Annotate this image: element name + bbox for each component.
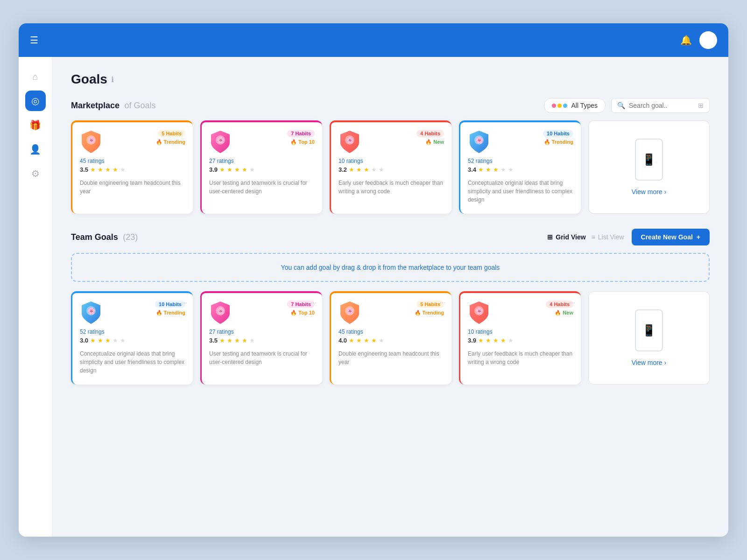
rating-number: 3.5 (209, 337, 218, 344)
card-description: Early user feedback is much cheaper than… (468, 350, 573, 366)
view-more-text[interactable]: View more › (632, 188, 666, 196)
team-goals-title: Team Goals (71, 232, 118, 242)
view-toggle: ⊞ Grid View ≡ List View (547, 233, 624, 241)
ratings-text: 10 ratings (338, 158, 444, 164)
shield-icon: 🌸 (209, 301, 232, 323)
stars-row: 3.5 ★★★★★ (209, 337, 315, 344)
habits-badge: 10 Habits (543, 130, 573, 137)
stars-row: 3.9 ★★★★★ (209, 166, 315, 173)
rating-number: 3.2 (338, 166, 347, 173)
drop-zone[interactable]: You can add goal by drag & drop it from … (71, 253, 710, 282)
grid-view-button[interactable]: ⊞ Grid View (547, 233, 585, 241)
svg-text:🌸: 🌸 (87, 136, 96, 144)
view-more-text[interactable]: View more › (632, 359, 666, 366)
stars-row: 3.4 ★★★★★ (468, 166, 573, 173)
card-menu-icon[interactable]: ··· (310, 299, 317, 307)
shield-icon: 🌸 (209, 130, 232, 152)
ratings-text: 52 ratings (468, 158, 573, 164)
team-goals-header: Team Goals (23) ⊞ Grid View ≡ List View (71, 229, 710, 245)
filter-button[interactable]: All Types (544, 98, 606, 113)
card-description: Double engineering team headcount this y… (80, 179, 185, 196)
shield-icon: 🌸 (80, 301, 102, 323)
team-goals-cards-row: ··· 🌸 10 Habits 🔥 Trending (71, 291, 710, 385)
stars-row: 3.0 ★★★★★ (80, 337, 185, 344)
svg-text:🌸: 🌸 (475, 136, 484, 144)
tag-badge: 🔥 New (425, 139, 444, 145)
card-top: 🌸 10 Habits 🔥 Trending (80, 301, 185, 323)
ratings-text: 27 ratings (209, 329, 315, 335)
marketplace-title-text: Marketplace (71, 101, 120, 110)
card-menu-icon[interactable]: ··· (569, 299, 575, 307)
team-goals-count: (23) (123, 232, 138, 242)
tag-badge: 🔥 Top 10 (290, 139, 315, 145)
sidebar-item-home[interactable]: ⌂ (25, 66, 46, 87)
view-more-card[interactable]: 📱 View more › (588, 120, 710, 214)
tag-badge: 🔥 New (555, 310, 573, 316)
hamburger-icon[interactable]: ☰ (30, 35, 38, 46)
shield-icon: 🌸 (468, 130, 490, 152)
card-description: Double engineering team headcount this y… (338, 350, 444, 366)
card-top: 🌸 7 Habits 🔥 Top 10 (209, 301, 315, 323)
create-goal-button[interactable]: Create New Goal + (632, 229, 710, 245)
team-goals-controls: ⊞ Grid View ≡ List View Create New Goal … (547, 229, 710, 245)
card-top: 🌸 4 Habits 🔥 New (338, 130, 444, 152)
view-more-card[interactable]: 📱 View more › (588, 291, 710, 385)
svg-text:🌸: 🌸 (217, 136, 225, 144)
rating-number: 3.9 (468, 337, 476, 344)
phone-mockup-icon: 📱 (635, 139, 663, 181)
card-description: Conceptualize original ideas that bring … (80, 350, 185, 375)
goal-card: 🌸 7 Habits 🔥 Top 10 27 ratings 3.9 ★★★★★… (200, 120, 322, 214)
list-icon: ≡ (592, 233, 595, 241)
card-badges: 4 Habits 🔥 New (416, 130, 444, 145)
search-box[interactable]: 🔍 ⊞ (611, 98, 710, 113)
goal-card: ··· 🌸 10 Habits 🔥 Trending (71, 291, 193, 385)
card-top: 🌸 4 Habits 🔥 New (468, 301, 573, 323)
list-view-button[interactable]: ≡ List View (592, 233, 624, 241)
page-title-row: Goals ℹ (71, 72, 710, 87)
filter-toggle-icon[interactable]: ⊞ (698, 102, 704, 109)
shield-icon: 🌸 (338, 301, 361, 323)
stars-row: 3.9 ★★★★★ (468, 337, 573, 344)
tag-badge: 🔥 Trending (156, 310, 186, 316)
card-badges: 5 Habits 🔥 Trending (156, 130, 186, 145)
rating-number: 3.0 (80, 337, 88, 344)
stars-row: 3.2 ★★★★★ (338, 166, 444, 173)
grid-icon: ⊞ (547, 233, 553, 241)
habits-badge: 4 Habits (416, 130, 444, 137)
card-description: User testing and teamwork is crucial for… (209, 179, 315, 196)
card-top: 🌸 5 Habits 🔥 Trending (80, 130, 185, 152)
sidebar-item-users[interactable]: 👤 (25, 139, 46, 160)
goal-card: 🌸 4 Habits 🔥 New 10 ratings 3.2 ★★★★★ Ea… (330, 120, 451, 214)
filter-label: All Types (571, 102, 598, 109)
svg-text:🌸: 🌸 (346, 307, 354, 315)
avatar[interactable] (699, 31, 717, 49)
svg-text:🌸: 🌸 (346, 136, 354, 144)
notification-bell-icon[interactable]: 🔔 (680, 35, 692, 46)
habits-badge: 5 Habits (158, 130, 185, 137)
rating-number: 3.9 (209, 166, 218, 173)
sidebar-item-goals[interactable]: ◎ (25, 91, 46, 111)
card-top: 🌸 5 Habits 🔥 Trending (338, 301, 444, 323)
info-icon: ℹ (111, 75, 114, 84)
shield-icon: 🌸 (80, 130, 102, 152)
ratings-text: 27 ratings (209, 158, 315, 164)
card-menu-icon[interactable]: ··· (440, 299, 446, 307)
plus-icon: + (697, 233, 700, 241)
svg-text:🌸: 🌸 (217, 307, 225, 315)
ratings-text: 10 ratings (468, 329, 573, 335)
marketplace-title: Marketplace of Goals (71, 101, 156, 111)
team-goals-title-group: Team Goals (23) (71, 232, 138, 242)
ratings-text: 52 ratings (80, 329, 185, 335)
svg-text:🌸: 🌸 (475, 307, 484, 315)
filter-dots-icon (552, 104, 567, 108)
list-view-label: List View (598, 233, 624, 241)
main-content: Goals ℹ Marketplace of Goals (52, 57, 728, 537)
sidebar-item-gifts[interactable]: 🎁 (25, 115, 46, 135)
sidebar-item-settings[interactable]: ⚙ (25, 163, 46, 184)
grid-view-label: Grid View (556, 233, 585, 241)
card-description: Conceptualize original ideas that bring … (468, 179, 573, 204)
search-input[interactable] (629, 102, 694, 109)
card-menu-icon[interactable]: ··· (181, 299, 187, 307)
top-nav: ☰ 🔔 (19, 23, 728, 57)
rating-number: 4.0 (338, 337, 347, 344)
